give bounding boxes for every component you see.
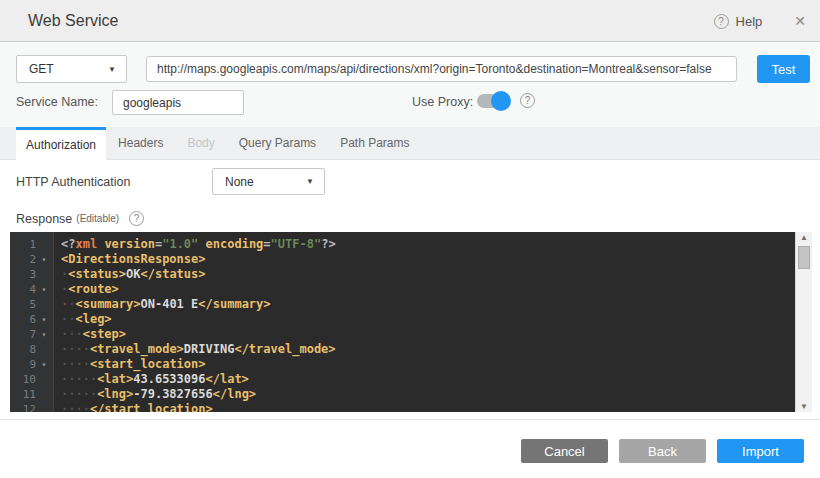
- code-line: 11·····<lng>-79.3827656</lng>: [10, 387, 795, 402]
- test-button[interactable]: Test: [757, 55, 810, 83]
- back-button[interactable]: Back: [619, 439, 706, 463]
- tab-authorization[interactable]: Authorization: [16, 127, 106, 164]
- service-name-label: Service Name:: [16, 95, 98, 109]
- help-link[interactable]: Help: [736, 14, 763, 29]
- fold-spacer: [36, 267, 52, 282]
- chevron-down-icon: ▼: [306, 177, 324, 186]
- request-form: GET ▼ Test Service Name: Use Proxy: ?: [0, 43, 820, 127]
- code-line: 8····<travel_mode>DRIVING</travel_mode>: [10, 342, 795, 357]
- scrollbar-thumb[interactable]: [798, 246, 810, 269]
- chevron-down-icon: ▼: [108, 65, 126, 74]
- code-line: 1<?xml version="1.0" encoding="UTF-8"?>: [10, 237, 795, 252]
- http-method-select[interactable]: GET ▼: [16, 55, 127, 83]
- tab-body: Body: [175, 127, 226, 159]
- tab-query-params[interactable]: Query Params: [227, 127, 328, 159]
- footer-divider: [0, 419, 820, 420]
- fold-icon[interactable]: ▾: [36, 357, 52, 372]
- fold-spacer: [36, 402, 52, 412]
- tab-bar: AuthorizationHeadersBodyQuery ParamsPath…: [0, 127, 820, 160]
- proxy-help-icon[interactable]: ?: [520, 93, 535, 108]
- code-line: 6▾··<leg>: [10, 312, 795, 327]
- fold-icon[interactable]: ▾: [36, 252, 52, 267]
- code-line: 5··<summary>ON-401 E</summary>: [10, 297, 795, 312]
- scroll-down-icon[interactable]: ▼: [796, 402, 812, 411]
- http-method-value: GET: [17, 62, 108, 76]
- toggle-thumb: [491, 91, 511, 111]
- dialog-header: Web Service ? Help ✕: [0, 0, 820, 42]
- page-title: Web Service: [28, 0, 118, 42]
- response-editable-label: (Editable): [76, 213, 119, 224]
- url-input[interactable]: [146, 56, 737, 82]
- http-auth-value: None: [213, 175, 306, 189]
- code-line: 12····</start_location>: [10, 402, 795, 412]
- tab-path-params[interactable]: Path Params: [328, 127, 421, 159]
- http-auth-select[interactable]: None ▼: [212, 168, 325, 195]
- code-line: 9▾····<start_location>: [10, 357, 795, 372]
- response-help-icon[interactable]: ?: [129, 211, 144, 226]
- code-lines: 1<?xml version="1.0" encoding="UTF-8"?>2…: [10, 232, 795, 412]
- fold-icon[interactable]: ▾: [36, 282, 52, 297]
- use-proxy-label: Use Proxy:: [412, 95, 473, 109]
- code-line: 2▾<DirectionsResponse>: [10, 252, 795, 267]
- fold-spacer: [36, 387, 52, 402]
- web-service-dialog: Web Service ? Help ✕ GET ▼ Test Service …: [0, 0, 820, 478]
- fold-spacer: [36, 342, 52, 357]
- scroll-up-icon[interactable]: ▲: [796, 233, 812, 242]
- code-line: 4▾·<route>: [10, 282, 795, 297]
- import-button[interactable]: Import: [717, 439, 804, 463]
- code-line: 7▾···<step>: [10, 327, 795, 342]
- editor-scrollbar[interactable]: ▲ ▼: [795, 232, 812, 412]
- http-auth-label: HTTP Authentication: [16, 175, 130, 189]
- code-line: 3·<status>OK</status>: [10, 267, 795, 282]
- help-icon[interactable]: ?: [714, 14, 729, 29]
- fold-spacer: [36, 372, 52, 387]
- fold-spacer: [36, 237, 52, 252]
- service-name-input[interactable]: [112, 90, 244, 115]
- close-icon[interactable]: ✕: [794, 13, 806, 29]
- fold-icon[interactable]: ▾: [36, 327, 52, 342]
- response-label: Response: [16, 212, 72, 226]
- tab-headers[interactable]: Headers: [106, 127, 175, 159]
- code-line: 10·····<lat>43.6533096</lat>: [10, 372, 795, 387]
- use-proxy-toggle[interactable]: [477, 91, 511, 111]
- cancel-button[interactable]: Cancel: [521, 439, 608, 463]
- fold-spacer: [36, 297, 52, 312]
- fold-icon[interactable]: ▾: [36, 312, 52, 327]
- response-editor[interactable]: 1<?xml version="1.0" encoding="UTF-8"?>2…: [10, 232, 812, 412]
